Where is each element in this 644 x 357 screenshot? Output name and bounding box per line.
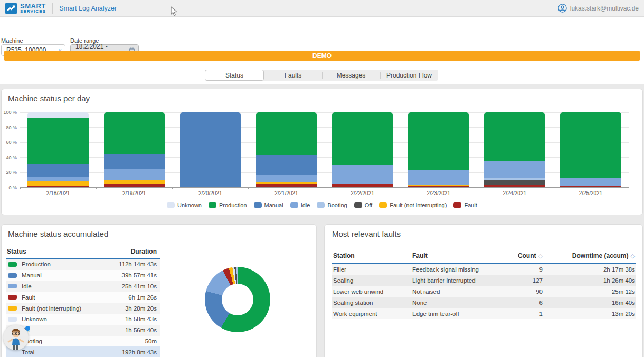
chart-title: Machine status per day — [2, 89, 642, 103]
tab-production-flow[interactable]: Production Flow — [380, 70, 438, 81]
fault-cell: Not raised — [412, 288, 482, 295]
bar-segment-idle[interactable] — [104, 169, 165, 180]
bar-segment-fault[interactable] — [104, 184, 165, 187]
duration-value: 50m — [145, 338, 157, 344]
x-axis-category-label: 2/22/2021 — [325, 190, 401, 196]
bar-segment-idle[interactable] — [408, 170, 469, 185]
duration-value: 3h 28m 20s — [125, 305, 157, 312]
bar-segment-production[interactable] — [27, 118, 88, 164]
stacked-bar-2/18/2021[interactable] — [27, 112, 88, 187]
stacked-bar-2/22/2021[interactable] — [332, 112, 393, 187]
bar-slot — [248, 112, 324, 187]
faults-col-fault: Fault — [412, 252, 482, 259]
x-axis-tick — [629, 187, 629, 189]
bar-segment-idle[interactable] — [27, 177, 88, 181]
bar-segment-manual[interactable] — [256, 155, 317, 175]
tab-strip: StatusFaultsMessagesProduction Flow — [205, 70, 438, 81]
bar-slot — [96, 112, 172, 187]
user-icon — [558, 4, 567, 13]
tab-faults[interactable]: Faults — [264, 70, 322, 81]
status-donut-chart[interactable] — [205, 267, 270, 332]
accumulated-col-status: Status — [7, 248, 26, 255]
bar-slot — [401, 112, 477, 187]
table-row: Idle25h 41m 10s — [6, 281, 160, 292]
stacked-bar-2/23/2021[interactable] — [408, 112, 469, 187]
mouse-cursor — [171, 6, 177, 16]
legend-item-fault-not-interrupting-: Fault (not interrupting) — [379, 202, 447, 208]
legend-item-manual: Manual — [254, 202, 283, 208]
legend-swatch-icon — [254, 202, 262, 208]
assistant-chat-avatar[interactable] — [3, 325, 29, 350]
stacked-bar-2/25/2021[interactable] — [560, 112, 621, 187]
bar-segment-fault[interactable] — [484, 185, 545, 187]
y-axis-tick-label: 80 % — [6, 125, 17, 130]
status-cell: Production — [8, 261, 51, 267]
bar-segment-manual[interactable] — [104, 154, 165, 169]
bar-segment-production[interactable] — [256, 112, 317, 155]
tab-messages[interactable]: Messages — [322, 70, 380, 81]
x-axis-category-label: 2/25/2021 — [553, 190, 629, 196]
bar-segment-off[interactable] — [484, 180, 545, 185]
bar-segment-fault[interactable] — [408, 186, 469, 187]
status-swatch-icon — [8, 273, 17, 278]
table-row: Unknown1h 58m 43s — [6, 314, 160, 325]
stacked-bar-2/21/2021[interactable] — [256, 112, 317, 187]
status-cell: Manual — [8, 272, 42, 278]
bar-segment-manual[interactable] — [27, 164, 88, 177]
accumulated-title: Machine status accumulated — [2, 225, 316, 238]
user-email: lukas.stark@multivac.de — [570, 5, 639, 12]
downtime-cell: 13m 20s — [543, 311, 635, 317]
app-title: Smart Log Analyzer — [59, 5, 117, 12]
duration-value: 6h 1m 26s — [128, 294, 157, 301]
legend-label: Booting — [327, 202, 347, 208]
downtime-cell: 2h 17m 38s — [543, 266, 635, 273]
bar-segment-fault[interactable] — [560, 186, 621, 187]
stacked-bar-2/24/2021[interactable] — [484, 112, 545, 187]
bar-segment-fault[interactable] — [332, 184, 393, 187]
total-name: Total — [8, 349, 34, 355]
legend-item-booting: Booting — [317, 202, 347, 208]
stacked-bar-2/19/2021[interactable] — [104, 112, 165, 187]
demo-banner: DEMO — [4, 51, 640, 61]
y-axis-tick-label: 40 % — [6, 155, 17, 160]
bar-segment-idle[interactable] — [332, 165, 393, 184]
legend-label: Fault — [464, 202, 477, 208]
bar-segment-unknown[interactable] — [27, 112, 88, 118]
bar-segment-fault-not-interrupting-[interactable] — [27, 181, 88, 186]
bar-segment-manual[interactable] — [180, 112, 241, 187]
table-row-total: Total192h 8m 43s — [6, 346, 160, 357]
assistant-character-icon — [7, 328, 25, 350]
sort-downtime-icon[interactable]: ◇ — [631, 253, 635, 259]
status-cell: Fault — [8, 294, 35, 301]
bar-segment-fault[interactable] — [256, 184, 317, 187]
faults-table: Station Fault Count◇ Downtime (accum)◇ F… — [332, 250, 636, 319]
bar-slot — [477, 112, 553, 187]
bar-segment-production[interactable] — [104, 112, 165, 154]
bar-segment-production[interactable] — [408, 112, 469, 170]
tab-status[interactable]: Status — [205, 70, 264, 81]
legend-item-unknown: Unknown — [167, 202, 202, 208]
station-cell: Lower web unwind — [333, 288, 412, 295]
bar-segment-idle[interactable] — [484, 161, 545, 178]
bar-segment-production[interactable] — [484, 112, 545, 161]
bar-segment-fault[interactable] — [27, 186, 88, 187]
bar-segment-production[interactable] — [560, 112, 621, 178]
status-swatch-icon — [8, 317, 17, 322]
legend-label: Idle — [301, 202, 310, 208]
legend-item-off: Off — [354, 202, 372, 208]
user-account[interactable]: lukas.stark@multivac.de — [558, 4, 639, 13]
sort-count-icon[interactable]: ◇ — [538, 253, 543, 259]
bar-segment-idle[interactable] — [560, 178, 621, 186]
status-name: Unknown — [22, 316, 47, 322]
x-axis-tick — [401, 187, 401, 189]
legend-swatch-icon — [167, 202, 175, 208]
chart-legend: UnknownProductionManualIdleBootingOffFau… — [2, 202, 642, 208]
stacked-bar-2/20/2021[interactable] — [180, 112, 241, 187]
count-cell: 1 — [482, 311, 543, 317]
fault-cell: Light barrier interrupted — [412, 277, 482, 284]
y-axis-labels: 100 %80 %60 %40 %20 %0 % — [2, 112, 18, 188]
bar-segment-idle[interactable] — [256, 175, 317, 182]
bar-segment-fault-not-interrupting-[interactable] — [104, 180, 165, 184]
card-machine-status-per-day: Machine status per day 100 %80 %60 %40 %… — [1, 89, 643, 215]
bar-segment-production[interactable] — [332, 112, 393, 165]
